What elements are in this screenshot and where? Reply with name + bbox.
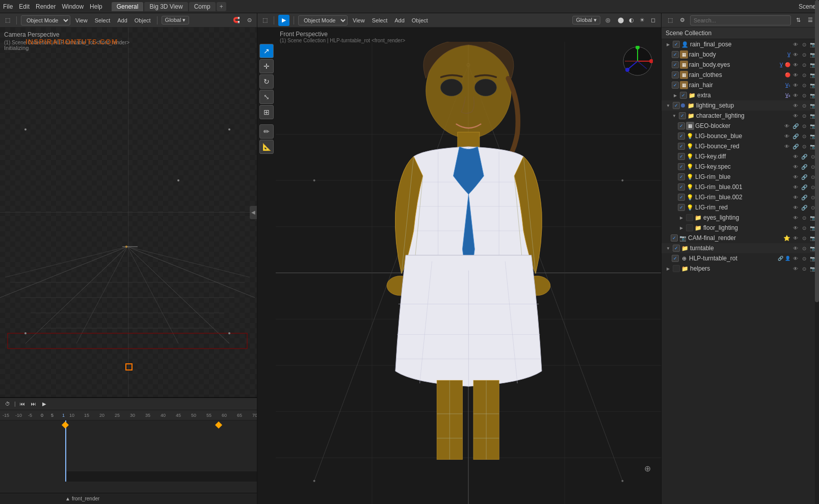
cursor-rain-hair[interactable]: ⊙ (800, 81, 808, 89)
eye-lighting-setup[interactable]: 👁 (791, 101, 800, 110)
arrow-floor-lighting[interactable]: ▶ (678, 224, 685, 231)
vis-lig-bounce-red[interactable] (678, 143, 685, 150)
eye-lig-rim-blue-001[interactable]: 👁 (791, 183, 800, 191)
outliner-item-lig-rim-blue[interactable]: 💡 LIG-rim_blue 👁 🔗 ⊙ (662, 172, 819, 182)
vis-lig-key-diff[interactable] (678, 153, 685, 160)
editor-type-btn[interactable]: ⬚ (3, 16, 12, 24)
move-tool-btn[interactable]: ✛ (259, 59, 274, 73)
eye-lig-rim-blue-002[interactable]: 👁 (791, 193, 800, 201)
outliner-item-helpers[interactable]: ▶ 📁 helpers 👁 ⊙ 📷 (662, 263, 819, 274)
constrain-lig-key-spec[interactable]: 🔗 (800, 163, 808, 171)
menu-file[interactable]: File (3, 3, 13, 10)
transform-tool-btn[interactable]: ⊞ (259, 105, 274, 119)
outliner-item-lig-bounce-blue[interactable]: 💡 LIG-bounce_blue 👁 🔗 ⊙ 📷 (662, 131, 819, 141)
outliner-scrollbar[interactable] (815, 0, 819, 504)
vis-lig-rim-blue[interactable] (678, 173, 685, 180)
vis-hlp-turntable-rot[interactable] (672, 255, 679, 262)
outliner-item-lighting-setup[interactable]: ▼ 📁 lighting_setup 👁 ⊙ 📷 (662, 100, 819, 111)
outliner-item-lig-rim-red[interactable]: 💡 LIG-rim_red 👁 🔗 ⊙ (662, 202, 819, 213)
constrain-lig-key-diff[interactable]: 🔗 (800, 152, 808, 161)
viewport3d-content[interactable]: ↗ ✛ ↻ ⤡ ⊞ ✏ 📐 Front Perspective (1) Scen… (257, 28, 661, 504)
arrow-eyes-lighting[interactable]: ▶ (678, 214, 685, 221)
timeline-content[interactable] (0, 420, 257, 482)
eye-lig-bounce-blue[interactable]: 👁 (783, 132, 791, 140)
arrow-helpers[interactable]: ▶ (665, 265, 672, 272)
cursor-rain-body[interactable]: ⊙ (800, 50, 808, 59)
vis-cam-final-render[interactable] (671, 234, 678, 242)
vis-extra[interactable] (680, 92, 687, 99)
shading-material[interactable]: ◐ (626, 15, 637, 25)
vis-eyes-lighting[interactable] (686, 214, 693, 221)
eye-rain-hair[interactable]: 👁 (791, 81, 800, 89)
cursor-lig-bounce-red[interactable]: ⊙ (800, 142, 808, 150)
eye-lig-rim-red[interactable]: 👁 (791, 203, 800, 211)
arrow-lighting-setup[interactable]: ▼ (665, 102, 672, 109)
3d-overlay-btn[interactable]: ◎ (603, 16, 613, 24)
constrain-lig-bounce-red[interactable]: 🔗 (791, 142, 800, 150)
eye-rain-clothes[interactable]: 👁 (791, 71, 800, 79)
menu-help[interactable]: Help (90, 3, 102, 10)
3d-view-menu[interactable]: View (351, 16, 367, 24)
vis-lig-bounce-blue[interactable] (678, 132, 685, 140)
object-mode-dropdown[interactable]: Object Mode (21, 15, 70, 25)
cursor-rain-clothes[interactable]: ⊙ (800, 71, 808, 79)
cursor-cam-final-render[interactable]: ⊙ (800, 234, 808, 242)
outliner-item-geo-blocker[interactable]: ▦ GEO-blocker 👁 🔗 ⊙ 📷 (662, 121, 819, 131)
cursor-extra[interactable]: ⊙ (800, 91, 808, 99)
vis-lighting-setup[interactable] (673, 102, 680, 109)
vis-lig-rim-red[interactable] (678, 204, 685, 211)
add-menu[interactable]: Add (115, 16, 129, 24)
eye-rain-final-pose[interactable]: 👁 (791, 40, 800, 48)
3d-global-dropdown[interactable]: Global ▾ (572, 16, 600, 24)
workspace-tab-big3d[interactable]: Big 3D View (144, 2, 188, 11)
vis-lig-rim-blue-001[interactable] (678, 183, 685, 191)
timeline-play[interactable]: ▶ (40, 400, 48, 408)
annotate-tool-btn[interactable]: ✏ (259, 124, 274, 139)
view-menu[interactable]: View (73, 16, 90, 24)
eye-lig-rim-blue[interactable]: 👁 (791, 173, 800, 181)
rotate-tool-btn[interactable]: ↻ (259, 74, 274, 89)
vis-rain-body[interactable] (672, 51, 679, 58)
outliner-item-rain-final-pose[interactable]: ▶ 👤 rain_final_pose 👁 ⊙ 📷 (662, 39, 819, 49)
add-workspace-btn[interactable]: + (217, 2, 226, 11)
shading-rendered[interactable]: ☀ (637, 15, 647, 25)
outliner-item-lig-rim-blue-001[interactable]: 💡 LIG-rim_blue.001 👁 🔗 ⊙ (662, 182, 819, 192)
cursor-rain-body-eyes[interactable]: ⊙ (800, 61, 808, 69)
3d-editor-type-btn[interactable]: ⬚ (260, 16, 270, 24)
timeline-jump-prev[interactable]: ⏭ (29, 400, 38, 408)
cursor-floor-lighting[interactable]: ⊙ (800, 224, 808, 232)
vis-rain-clothes[interactable] (672, 71, 679, 78)
select-menu[interactable]: Select (93, 16, 113, 24)
camera-viewport[interactable]: Camera Perspective (1) Scene Collection … (0, 28, 257, 397)
cursor-geo-blocker[interactable]: ⊙ (800, 122, 808, 130)
vis-lig-key-spec[interactable] (678, 163, 685, 170)
outliner-item-rain-clothes[interactable]: ▦ rain_clothes 🔴 👁 ⊙ 📷 (662, 70, 819, 80)
constrain-lig-rim-blue[interactable]: 🔗 (800, 173, 808, 181)
cursor-rain-final-pose[interactable]: ⊙ (800, 40, 808, 48)
shading-wireframe[interactable]: ◻ (648, 15, 658, 25)
outliner-editor-type[interactable]: ⬚ (666, 16, 675, 24)
vis-rain-final-pose[interactable] (673, 41, 680, 48)
constrain-lig-bounce-blue[interactable]: 🔗 (791, 132, 800, 140)
outliner-item-lig-key-spec[interactable]: 💡 LIG-key.spec 👁 🔗 ⊙ (662, 162, 819, 172)
outliner-item-character-lighting[interactable]: ▼ 📁 character_lighting 👁 ⊙ 📷 (662, 111, 819, 121)
outliner-settings-btn[interactable]: ☰ (806, 16, 815, 24)
menu-edit[interactable]: Edit (19, 3, 30, 10)
arrow-rain-final-pose[interactable]: ▶ (665, 41, 672, 48)
cursor-helpers[interactable]: ⊙ (800, 264, 808, 273)
vis-lig-rim-blue-002[interactable] (678, 194, 685, 201)
eye-hlp-turntable-rot[interactable]: 👁 (791, 254, 800, 262)
measure-tool-btn[interactable]: 📐 (259, 140, 274, 154)
cursor-hlp-turntable-rot[interactable]: ⊙ (800, 254, 808, 262)
outliner-item-lig-rim-blue-002[interactable]: 💡 LIG-rim_blue.002 👁 🔗 ⊙ (662, 192, 819, 202)
vis-character-lighting[interactable] (679, 112, 686, 119)
3d-select-menu[interactable]: Select (370, 16, 390, 24)
constrain-lig-rim-blue-001[interactable]: 🔗 (800, 183, 808, 191)
eye-character-lighting[interactable]: 👁 (791, 112, 800, 120)
3d-object-mode-dropdown[interactable]: Object Mode (298, 15, 348, 25)
vis-turntable[interactable] (673, 245, 680, 252)
select-tool-btn[interactable]: ↗ (259, 44, 274, 58)
eye-rain-body[interactable]: 👁 (791, 50, 800, 59)
workspace-tab-comp[interactable]: Comp (189, 2, 216, 11)
eye-extra[interactable]: 👁 (791, 91, 800, 99)
